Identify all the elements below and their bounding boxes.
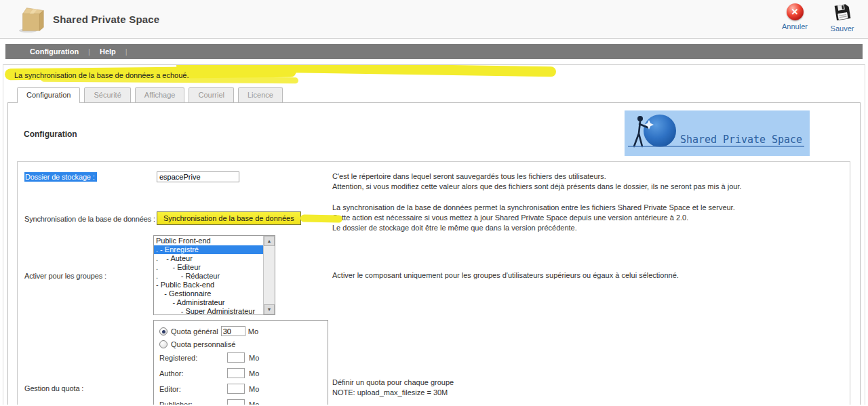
quota-custom-label: Quota personnalisé bbox=[171, 340, 235, 348]
sync-description: La synchronisation de la base de données… bbox=[332, 203, 850, 233]
save-button[interactable]: Sauver bbox=[826, 3, 859, 33]
radio-unchecked-icon[interactable] bbox=[159, 340, 167, 348]
app-header: Shared Private Space ✕ Annuler Sauver bbox=[0, 0, 868, 39]
group-option[interactable]: Public Front-end bbox=[154, 237, 263, 245]
group-option[interactable]: - Super Administrateur bbox=[154, 307, 263, 315]
cancel-icon: ✕ bbox=[787, 3, 804, 20]
save-label: Sauver bbox=[831, 24, 854, 33]
storage-description: C'est le répertoire dans lequel seront s… bbox=[332, 171, 850, 192]
menu-separator: | bbox=[125, 47, 127, 56]
sync-row: Synchronisation de la base de données : … bbox=[24, 203, 850, 233]
tab-affichage[interactable]: Affichage bbox=[135, 87, 185, 102]
groups-description: Activer le composant uniquement pour les… bbox=[332, 270, 850, 281]
quota-row: Gestion du quota : Quota général Mo Quot… bbox=[24, 320, 850, 405]
quota-general-input[interactable] bbox=[221, 326, 245, 336]
quota-custom-option[interactable]: Quota personnalisé bbox=[159, 340, 328, 348]
quota-publisher-input[interactable] bbox=[227, 399, 245, 405]
box-icon bbox=[18, 3, 46, 35]
quota-group-label: Author: bbox=[159, 369, 227, 378]
groups-label: Activer pour les groupes : bbox=[24, 270, 157, 280]
quota-editor-input[interactable] bbox=[227, 384, 245, 394]
quota-group-row: Publisher: Mo bbox=[159, 399, 328, 405]
groups-listbox[interactable]: Public Front-end . - Enregistré . - Aute… bbox=[153, 235, 275, 315]
sync-database-button[interactable]: Synchronisation de la base de données bbox=[157, 211, 301, 225]
quota-unit: Mo bbox=[248, 327, 258, 336]
tab-licence[interactable]: Licence bbox=[238, 87, 283, 102]
quota-author-input[interactable] bbox=[227, 368, 245, 378]
menu-item-configuration[interactable]: Configuration bbox=[20, 47, 88, 56]
menu-item-help[interactable]: Help bbox=[90, 47, 125, 56]
quota-label: Gestion du quota : bbox=[24, 383, 157, 392]
quota-unit: Mo bbox=[249, 385, 259, 393]
storage-row: Dossier de stockage : C'est le répertoir… bbox=[24, 171, 850, 192]
listbox-scrollbar[interactable]: ▲ ▼ bbox=[263, 236, 275, 314]
error-message: La synchronisation de la base de données… bbox=[14, 71, 865, 79]
quota-group-row: Editor: Mo bbox=[159, 384, 328, 394]
quota-unit: Mo bbox=[249, 354, 259, 362]
quota-group-label: Registered: bbox=[159, 354, 227, 362]
group-option[interactable]: - Administrateur bbox=[154, 298, 263, 307]
quota-group-label: Editor: bbox=[159, 385, 227, 393]
config-fieldset: Dossier de stockage : C'est le répertoir… bbox=[17, 161, 850, 405]
tab-strip: Configuration Sécurité Affichage Courrie… bbox=[17, 87, 865, 102]
tab-securite[interactable]: Sécurité bbox=[84, 87, 130, 102]
tab-panel: Configuration Shared Private Space bbox=[7, 102, 861, 405]
page-title: Shared Private Space bbox=[53, 14, 159, 25]
radio-checked-icon[interactable] bbox=[159, 327, 167, 336]
group-option[interactable]: . - Rédacteur bbox=[154, 272, 263, 281]
quota-box: Quota général Mo Quota personnalisé Regi… bbox=[153, 320, 328, 405]
groups-row: Activer pour les groupes : Public Front-… bbox=[24, 235, 850, 315]
group-option[interactable]: - Gestionnaire bbox=[154, 289, 263, 298]
cancel-label: Annuler bbox=[782, 22, 808, 31]
group-option[interactable]: - Public Back-end bbox=[154, 281, 263, 289]
quota-description: Définir un quota pour chaque groupe NOTE… bbox=[332, 378, 850, 398]
floppy-disk-icon bbox=[833, 3, 851, 22]
status-message-zone: La synchronisation de la base de données… bbox=[3, 65, 865, 87]
quota-general-label: Quota général bbox=[171, 327, 218, 336]
group-option[interactable]: . - Editeur bbox=[154, 263, 263, 272]
quota-group-row: Registered: Mo bbox=[159, 352, 328, 363]
menubar: Configuration | Help | bbox=[5, 44, 863, 59]
brand-logo: Shared Private Space bbox=[625, 110, 810, 156]
quota-group-row: Author: Mo bbox=[159, 368, 328, 378]
quota-unit: Mo bbox=[249, 369, 259, 378]
cancel-button[interactable]: ✕ Annuler bbox=[778, 3, 811, 33]
quota-general-option[interactable]: Quota général Mo bbox=[159, 326, 328, 336]
quota-group-label: Publisher: bbox=[159, 401, 227, 405]
group-option[interactable]: . - Auteur bbox=[154, 254, 263, 263]
quota-registered-input[interactable] bbox=[227, 352, 245, 363]
storage-folder-input[interactable] bbox=[157, 171, 239, 182]
scroll-down-icon[interactable]: ▼ bbox=[264, 304, 275, 314]
tab-courriel[interactable]: Courriel bbox=[189, 87, 234, 102]
scroll-up-icon[interactable]: ▲ bbox=[264, 236, 275, 246]
group-option-selected[interactable]: . - Enregistré bbox=[154, 245, 263, 254]
quota-unit: Mo bbox=[249, 401, 259, 405]
toolbar: ✕ Annuler Sauver bbox=[778, 3, 859, 33]
storage-label: Dossier de stockage : bbox=[24, 172, 97, 182]
sync-label: Synchronisation de la base de données : bbox=[24, 214, 157, 223]
main-content: La synchronisation de la base de données… bbox=[3, 64, 865, 405]
logo-text: Shared Private Space bbox=[680, 133, 802, 146]
tab-configuration[interactable]: Configuration bbox=[17, 87, 80, 102]
